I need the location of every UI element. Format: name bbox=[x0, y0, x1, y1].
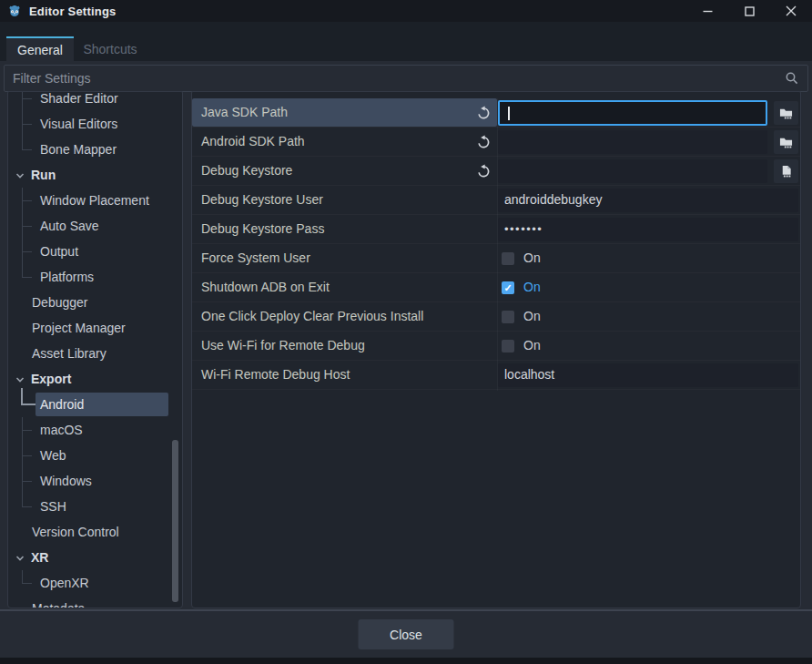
window-title: Editor Settings bbox=[29, 5, 116, 18]
wifi-remote-debug-host-input[interactable]: localhost bbox=[498, 363, 798, 387]
tree-item-visual-editors[interactable]: Visual Editors bbox=[8, 111, 171, 137]
godot-logo-icon bbox=[7, 4, 22, 18]
setting-row-debug-keystore-pass: Debug Keystore Pass ••••••• bbox=[192, 215, 800, 244]
checkbox-label: On bbox=[523, 302, 541, 331]
close-window-button[interactable] bbox=[770, 0, 812, 22]
settings-panel: Java SDK Path Android SDK Path bbox=[191, 91, 801, 608]
settings-tree-panel: Shader Editor Visual Editors Bone Mapper… bbox=[7, 91, 183, 608]
tree-item-output[interactable]: Output bbox=[8, 239, 171, 264]
close-button[interactable]: Close bbox=[359, 619, 454, 649]
checkbox-label: On bbox=[523, 273, 541, 301]
browse-folder-button[interactable] bbox=[774, 101, 798, 125]
setting-label: One Click Deploy Clear Previous Install bbox=[201, 302, 423, 331]
checkbox-label: On bbox=[523, 332, 541, 360]
maximize-button[interactable] bbox=[728, 0, 770, 22]
checkbox-unchecked[interactable] bbox=[502, 311, 514, 323]
setting-row-one-click-deploy-clear-previous-install: One Click Deploy Clear Previous Install … bbox=[192, 302, 800, 332]
folder-icon bbox=[779, 136, 793, 149]
revert-icon[interactable] bbox=[476, 164, 491, 179]
java-sdk-path-input[interactable] bbox=[498, 100, 767, 126]
editor-settings-dialog: Editor Settings General Shortcuts Filter… bbox=[0, 0, 812, 664]
setting-label: Shutdown ADB on Exit bbox=[201, 273, 330, 301]
tab-shortcuts-label: Shortcuts bbox=[83, 42, 137, 56]
debug-keystore-pass-input[interactable]: ••••••• bbox=[498, 218, 798, 241]
tree-item-project-manager[interactable]: Project Manager bbox=[8, 315, 171, 341]
tab-general-label: General bbox=[17, 43, 63, 57]
checkbox-unchecked[interactable] bbox=[502, 252, 514, 265]
titlebar: Editor Settings bbox=[0, 0, 812, 22]
setting-row-shutdown-adb-on-exit: Shutdown ADB on Exit ✓ On bbox=[192, 273, 800, 302]
setting-label: Wi-Fi Remote Debug Host bbox=[201, 361, 350, 389]
android-sdk-path-input[interactable] bbox=[498, 130, 767, 154]
setting-label: Java SDK Path bbox=[201, 98, 288, 127]
folder-icon bbox=[779, 107, 793, 120]
minimize-icon bbox=[703, 6, 713, 16]
tree-item-platforms[interactable]: Platforms bbox=[8, 264, 171, 290]
tree-scrollbar-thumb[interactable] bbox=[172, 440, 178, 602]
setting-label: Android SDK Path bbox=[201, 128, 305, 156]
setting-row-debug-keystore: Debug Keystore bbox=[192, 157, 800, 186]
text-caret bbox=[508, 107, 510, 120]
tree-item-openxr[interactable]: OpenXR bbox=[8, 570, 171, 596]
debug-keystore-user-input[interactable]: androiddebugkey bbox=[498, 189, 798, 212]
revert-icon[interactable] bbox=[476, 135, 491, 149]
footer-divider bbox=[0, 609, 812, 611]
settings-tree: Shader Editor Visual Editors Bone Mapper… bbox=[8, 92, 171, 608]
tree-item-version-control[interactable]: Version Control bbox=[8, 519, 171, 545]
tree-item-asset-library[interactable]: Asset Library bbox=[8, 341, 171, 366]
tree-item-debugger[interactable]: Debugger bbox=[8, 290, 171, 315]
setting-label: Debug Keystore User bbox=[201, 186, 323, 214]
tree-section-export[interactable]: Export bbox=[8, 366, 171, 392]
filter-settings-input[interactable]: Filter Settings bbox=[4, 65, 808, 92]
tree-item-window-placement[interactable]: Window Placement bbox=[8, 188, 171, 213]
setting-row-wifi-remote-debug-host: Wi-Fi Remote Debug Host localhost bbox=[192, 361, 800, 390]
setting-label: Debug Keystore Pass bbox=[201, 215, 324, 243]
tree-item-bone-mapper[interactable]: Bone Mapper bbox=[8, 137, 171, 162]
setting-row-force-system-user: Force System User On bbox=[192, 244, 800, 273]
setting-row-java-sdk-path: Java SDK Path bbox=[192, 98, 800, 128]
chevron-down-icon[interactable] bbox=[15, 552, 25, 563]
search-icon bbox=[785, 71, 799, 86]
tree-item-web[interactable]: Web bbox=[8, 443, 171, 468]
tree-item-auto-save[interactable]: Auto Save bbox=[8, 213, 171, 239]
browse-file-button[interactable] bbox=[774, 159, 798, 183]
setting-row-debug-keystore-user: Debug Keystore User androiddebugkey bbox=[192, 186, 800, 215]
setting-label: Use Wi-Fi for Remote Debug bbox=[201, 332, 365, 360]
window-controls bbox=[686, 0, 812, 22]
tree-item-windows[interactable]: Windows bbox=[8, 468, 171, 494]
checkbox-label: On bbox=[523, 244, 541, 272]
setting-row-use-wifi-for-remote-debug: Use Wi-Fi for Remote Debug On bbox=[192, 332, 800, 361]
debug-keystore-input[interactable] bbox=[498, 159, 767, 183]
setting-label: Force System User bbox=[201, 244, 310, 272]
browse-folder-button[interactable] bbox=[774, 130, 798, 154]
tree-item-shader-editor[interactable]: Shader Editor bbox=[8, 92, 171, 111]
tab-strip: General Shortcuts bbox=[0, 22, 812, 61]
tree-section-run[interactable]: Run bbox=[8, 162, 171, 188]
maximize-icon bbox=[745, 6, 755, 16]
tab-general[interactable]: General bbox=[6, 36, 74, 61]
setting-row-android-sdk-path: Android SDK Path bbox=[192, 128, 800, 157]
tree-section-xr[interactable]: XR bbox=[8, 545, 171, 570]
revert-icon[interactable] bbox=[476, 106, 491, 120]
tree-item-macos[interactable]: macOS bbox=[8, 417, 171, 443]
tree-item-android[interactable]: Android bbox=[8, 392, 171, 417]
chevron-down-icon[interactable] bbox=[15, 373, 25, 384]
checkbox-checked[interactable]: ✓ bbox=[502, 281, 514, 294]
minimize-button[interactable] bbox=[686, 0, 728, 22]
close-icon bbox=[786, 5, 797, 16]
checkbox-unchecked[interactable] bbox=[502, 340, 514, 352]
file-icon bbox=[779, 165, 793, 179]
window-bottom-edge bbox=[0, 658, 812, 664]
filter-placeholder: Filter Settings bbox=[13, 71, 91, 86]
chevron-down-icon[interactable] bbox=[15, 169, 25, 180]
tab-shortcuts[interactable]: Shortcuts bbox=[74, 36, 147, 61]
tree-item-ssh[interactable]: SSH bbox=[8, 494, 171, 519]
setting-label: Debug Keystore bbox=[201, 157, 292, 185]
tree-item-metadata[interactable]: Metadata bbox=[8, 596, 171, 608]
